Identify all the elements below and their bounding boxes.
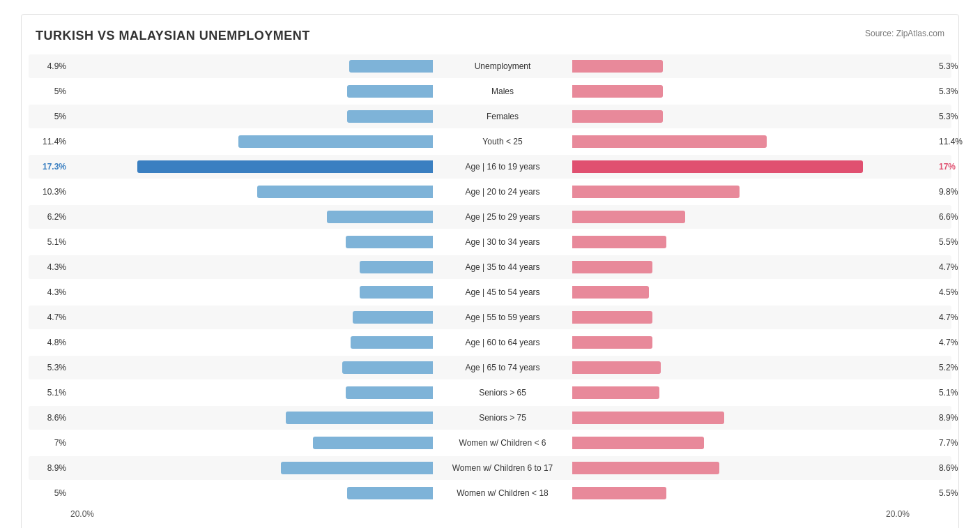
left-bar-container: [70, 487, 433, 499]
left-bar: [313, 437, 433, 449]
bar-label: Seniors > 75: [433, 413, 572, 423]
bar-label: Women w/ Children < 18: [433, 488, 572, 498]
left-bar-container: [70, 135, 433, 148]
bar-label: Age | 60 to 64 years: [433, 338, 572, 347]
right-bar-container: [572, 311, 935, 324]
bar-label: Age | 16 to 19 years: [433, 162, 572, 172]
chart-header: TURKISH VS MALAYSIAN UNEMPLOYMENT Source…: [29, 29, 951, 43]
left-bar: [360, 261, 433, 273]
bar-row: 17.3% Age | 16 to 19 years 17%: [29, 155, 951, 179]
axis-max-right: 20.0%: [886, 509, 910, 519]
left-bar: [347, 85, 433, 98]
right-value: 7.7%: [935, 438, 977, 448]
left-value: 10.3%: [29, 187, 70, 197]
right-bar: [572, 110, 663, 123]
right-bar-container: [572, 462, 935, 474]
left-bar: [286, 412, 433, 424]
bar-row: 5.1% Seniors > 65 5.1%: [29, 381, 951, 405]
right-bar: [572, 412, 724, 424]
left-bar: [342, 361, 433, 374]
right-bar: [572, 386, 659, 399]
left-value: 5%: [29, 488, 70, 498]
left-bar: [238, 135, 433, 148]
left-bar: [327, 211, 433, 223]
bar-row: 4.8% Age | 60 to 64 years 4.7%: [29, 331, 951, 354]
right-bar-container: [572, 236, 935, 248]
right-value: 5.1%: [935, 388, 977, 398]
right-bar-container: [572, 336, 935, 349]
axis-left: 20.0%: [70, 509, 422, 519]
right-value: 5.3%: [935, 61, 977, 71]
bar-row: 5% Males 5.3%: [29, 80, 951, 103]
bar-label: Age | 25 to 29 years: [433, 212, 572, 222]
left-bar-container: [70, 462, 433, 474]
left-bar-container: [70, 110, 433, 123]
left-value: 11.4%: [29, 137, 70, 146]
right-value: 4.7%: [935, 312, 977, 322]
left-bar: [346, 386, 433, 399]
left-value: 7%: [29, 438, 70, 448]
left-bar: [353, 311, 433, 324]
bar-row: 5.1% Age | 30 to 34 years 5.5%: [29, 230, 951, 254]
left-bar: [347, 110, 433, 123]
right-bar: [572, 135, 767, 148]
bar-row: 4.3% Age | 45 to 54 years 4.5%: [29, 280, 951, 304]
bar-row: 10.3% Age | 20 to 24 years 9.8%: [29, 180, 951, 204]
right-bar-container: [572, 160, 935, 173]
bar-row: 8.9% Women w/ Children 6 to 17 8.6%: [29, 456, 951, 480]
bar-row: 4.9% Unemployment 5.3%: [29, 54, 951, 78]
right-bar: [572, 336, 652, 349]
right-bar: [572, 60, 663, 73]
right-bar: [572, 462, 719, 474]
bar-label: Women w/ Children 6 to 17: [433, 463, 572, 473]
chart-source: Source: ZipAtlas.com: [865, 29, 944, 38]
left-value: 5.1%: [29, 237, 70, 247]
right-bar: [572, 361, 661, 374]
right-value: 4.5%: [935, 287, 977, 297]
right-value: 5.3%: [935, 86, 977, 96]
left-value: 4.8%: [29, 338, 70, 347]
bar-row: 6.2% Age | 25 to 29 years 6.6%: [29, 205, 951, 229]
left-bar: [346, 236, 433, 248]
left-value: 6.2%: [29, 212, 70, 222]
right-value: 4.7%: [935, 338, 977, 347]
bar-label: Women w/ Children < 6: [433, 438, 572, 448]
right-bar: [572, 311, 652, 324]
left-bar-container: [70, 361, 433, 374]
left-value: 4.3%: [29, 262, 70, 272]
bar-row: 5% Females 5.3%: [29, 105, 951, 128]
bar-row: 5.3% Age | 65 to 74 years 5.2%: [29, 356, 951, 379]
left-bar: [137, 160, 433, 173]
left-bar-container: [70, 160, 433, 173]
left-bar-container: [70, 211, 433, 223]
left-bar: [281, 462, 433, 474]
axis-min-left: 20.0%: [70, 509, 94, 519]
left-bar: [351, 336, 433, 349]
bar-label: Age | 45 to 54 years: [433, 287, 572, 297]
left-bar-container: [70, 336, 433, 349]
left-bar: [257, 186, 433, 198]
left-bar: [349, 60, 433, 73]
right-bar: [572, 186, 740, 198]
left-bar-container: [70, 437, 433, 449]
right-bar: [572, 85, 663, 98]
left-value: 4.3%: [29, 287, 70, 297]
left-value: 5.3%: [29, 363, 70, 372]
left-bar: [347, 487, 433, 499]
left-bar-container: [70, 186, 433, 198]
right-value: 9.8%: [935, 187, 977, 197]
left-bar: [360, 286, 433, 299]
right-value: 17%: [935, 162, 977, 172]
right-bar-container: [572, 386, 935, 399]
bar-row: 4.7% Age | 55 to 59 years 4.7%: [29, 306, 951, 329]
left-bar-container: [70, 261, 433, 273]
right-bar: [572, 211, 685, 223]
bar-label: Seniors > 65: [433, 388, 572, 398]
right-bar-container: [572, 135, 935, 148]
bar-row: 5% Women w/ Children < 18 5.5%: [29, 481, 951, 505]
right-value: 5.3%: [935, 112, 977, 121]
bar-row: 8.6% Seniors > 75 8.9%: [29, 406, 951, 430]
left-value: 8.6%: [29, 413, 70, 423]
right-bar: [572, 487, 666, 499]
right-bar-container: [572, 286, 935, 299]
